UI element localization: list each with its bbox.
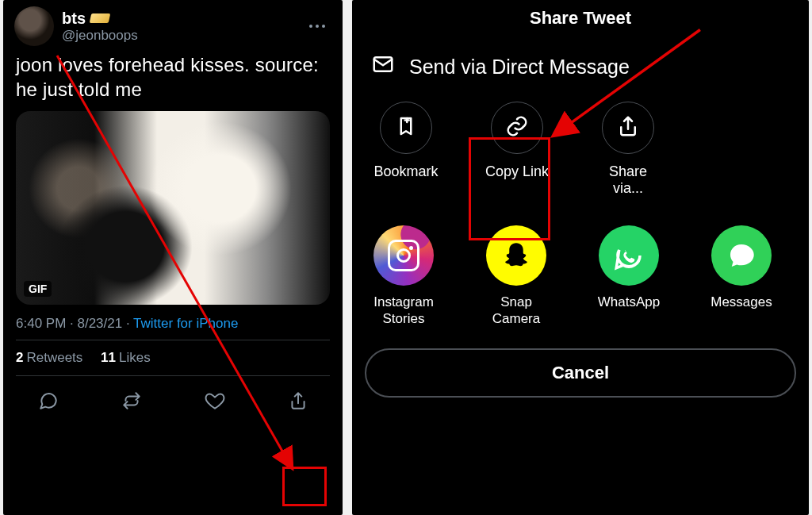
handle: @jeonboops: [62, 28, 303, 44]
emoji-gold-bar-icon: [90, 13, 111, 23]
app-label: WhatsApp: [598, 294, 660, 310]
app-whatsapp[interactable]: WhatsApp: [590, 225, 668, 328]
tweet-text: joon loves forehead kisses. source: he j…: [3, 51, 343, 111]
tweet-header: bts @jeonboops: [3, 0, 343, 51]
more-options-button[interactable]: [303, 18, 331, 34]
tweet-action-bar: [3, 376, 343, 427]
bookmark-label: Bookmark: [373, 163, 438, 180]
app-snap-camera[interactable]: Snap Camera: [477, 225, 555, 328]
share-button[interactable]: [278, 384, 318, 417]
tweet-metadata: 6:40 PM · 8/23/21 · Twitter for iPhone: [3, 305, 343, 340]
like-button[interactable]: [195, 384, 235, 417]
date-label: 8/23/21: [77, 316, 122, 331]
tweet-stats: 2Retweets 11Likes: [3, 340, 343, 375]
annotation-highlight-share: [282, 467, 327, 506]
messages-icon: [711, 225, 772, 286]
app-instagram-stories[interactable]: Instagram Stories: [365, 225, 442, 328]
envelope-icon: [371, 52, 395, 81]
send-dm-label: Send via Direct Message: [409, 56, 630, 79]
copy-link-button[interactable]: Copy Link: [482, 102, 552, 197]
bookmark-button[interactable]: Bookmark: [371, 102, 441, 197]
share-via-button[interactable]: Share via...: [593, 102, 663, 197]
source-app-link[interactable]: Twitter for iPhone: [133, 316, 238, 331]
link-icon: [505, 114, 529, 141]
share-quick-actions: Bookmark Copy Link Share via...: [352, 102, 809, 216]
share-via-label: Share via...: [593, 163, 663, 197]
share-apps-row: Instagram Stories Snap Camera WhatsApp M…: [352, 216, 809, 328]
gif-badge: GIF: [24, 281, 52, 297]
snapchat-icon: [486, 225, 546, 286]
avatar[interactable]: [14, 6, 54, 46]
app-messages[interactable]: Messages: [703, 225, 780, 328]
user-block[interactable]: bts @jeonboops: [62, 10, 303, 44]
cancel-button[interactable]: Cancel: [365, 348, 796, 398]
instagram-icon: [373, 225, 434, 286]
time-label: 6:40 PM: [16, 316, 66, 331]
whatsapp-icon: [599, 225, 659, 286]
likes-stat[interactable]: 11Likes: [101, 350, 151, 365]
app-label: Instagram Stories: [365, 294, 442, 328]
retweets-stat[interactable]: 2Retweets: [16, 350, 82, 365]
send-dm-button[interactable]: Send via Direct Message: [352, 43, 809, 102]
share-sheet-panel: Share Tweet Send via Direct Message Book…: [352, 0, 809, 515]
app-label: Messages: [710, 294, 772, 310]
share-via-icon: [616, 114, 640, 141]
share-sheet-title: Share Tweet: [352, 0, 809, 43]
reply-button[interactable]: [29, 384, 68, 417]
bookmark-icon: [394, 114, 418, 141]
retweet-button[interactable]: [112, 384, 151, 417]
display-name: bts: [62, 10, 86, 28]
cancel-label: Cancel: [552, 363, 609, 382]
app-label: Snap Camera: [477, 294, 555, 328]
tweet-gif-media[interactable]: GIF: [16, 111, 330, 305]
copy-link-label: Copy Link: [485, 163, 549, 180]
tweet-detail-panel: bts @jeonboops joon loves forehead kisse…: [3, 0, 343, 515]
